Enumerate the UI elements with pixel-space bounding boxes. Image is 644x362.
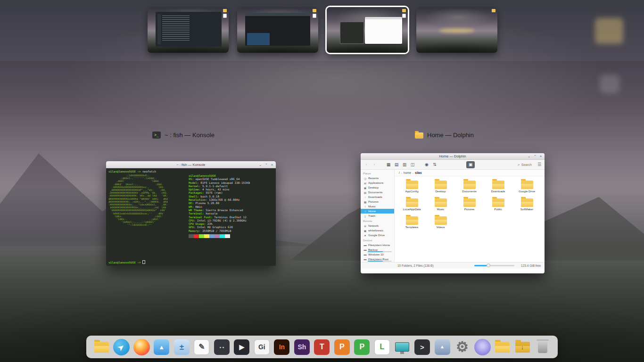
breadcrumb-item[interactable]: silas (415, 171, 421, 174)
gimp-gi-icon[interactable]: Gi (253, 337, 271, 356)
sidebar-place-item[interactable]: ▤ Documents (361, 190, 394, 195)
desktop-3-thumbnail[interactable] (327, 7, 408, 53)
maximize-button[interactable]: ⌃ (534, 155, 537, 158)
place-label: Pictures (368, 200, 379, 203)
minimize-button[interactable]: ⌄ (528, 155, 530, 158)
sort-icon[interactable]: ⇅ (432, 163, 437, 167)
place-label: Trash (368, 214, 375, 217)
desktop-2-thumbnail[interactable] (237, 7, 318, 53)
cassette-icon[interactable]: ● ● (213, 337, 231, 356)
compact-view-icon[interactable]: ▤ (394, 163, 399, 167)
libreoffice-icon[interactable]: L (373, 337, 391, 356)
telegram-icon[interactable]: ➤ (113, 337, 131, 356)
breadcrumb-item[interactable]: / (399, 171, 400, 174)
folder-item[interactable]: Downloads (484, 181, 512, 198)
split-view-icon[interactable]: ◫ (410, 163, 415, 167)
monitor-app-icon[interactable] (394, 337, 411, 356)
presentations-icon[interactable]: P (333, 337, 351, 356)
konsole-icon: >_ (152, 132, 161, 139)
sidebar-place-item[interactable]: ▯ Trash (361, 214, 394, 218)
folder-item[interactable]: Documents (455, 181, 484, 198)
zoom-slider-knob[interactable] (487, 263, 490, 267)
neofetch-line: WM ThemeSierra Breeze Enhanced (189, 208, 273, 212)
folder-item[interactable]: LocalAppData (397, 198, 426, 216)
maximize-button[interactable]: ⌃ (265, 163, 268, 166)
konsole-titlebar[interactable]: ~ : fish — Konsole ⌄ ⌃ × (106, 161, 276, 168)
close-button[interactable]: × (540, 155, 542, 158)
folder-icon (406, 216, 418, 225)
hamburger-menu-icon[interactable]: ☰ (537, 162, 541, 167)
indesign-icon[interactable]: In (273, 337, 291, 356)
palette-swatch (220, 234, 225, 238)
terminal-icon[interactable]: > (413, 337, 431, 356)
search-button[interactable]: ⌕ Search (518, 162, 532, 167)
terminal-prompt: silas@lenovoSUSE ~> (108, 260, 145, 264)
minimize-button[interactable]: ⌄ (259, 163, 262, 166)
terminal-panel-button[interactable]: ▣ (466, 161, 475, 168)
neofetch-line: DEPlasma 5.20.80 (189, 201, 273, 205)
planmaker-icon[interactable]: P (354, 337, 371, 356)
desktop-4-thumbnail[interactable] (416, 7, 497, 53)
dolphin-titlebar[interactable]: Home — Dolphin ⌄ ⌃ × (361, 153, 545, 160)
details-view-icon[interactable]: ▥ (402, 163, 407, 167)
discord-icon[interactable] (474, 337, 491, 356)
media-player-icon[interactable]: ▶ (233, 337, 251, 356)
folder-name: SoftMaker (512, 208, 541, 211)
sidebar-remote-item[interactable]: ⊕ Network (361, 223, 394, 228)
sh-app-icon[interactable]: Sh (293, 337, 311, 356)
folder-item[interactable]: Templates (397, 216, 426, 234)
sidebar-device-item[interactable]: ▬ Filesystem Home (361, 243, 394, 247)
discover-icon[interactable]: ▲ (434, 337, 451, 356)
neofetch-line: Uptime4 hours, 43 mins (189, 188, 273, 191)
sidebar-place-item[interactable]: ◷ Recents (361, 176, 394, 181)
firefox-icon[interactable] (133, 337, 150, 356)
trash-icon[interactable] (534, 337, 551, 356)
folder-item[interactable]: Google Drive (512, 181, 541, 198)
neofetch-line: CPUIntel i3-7020U (4) @ 2.300GHz (189, 219, 273, 222)
folder-item[interactable]: AppConfig (397, 181, 426, 198)
text-editor-icon[interactable]: ✎ (193, 337, 211, 356)
folder-item[interactable]: Videos (426, 216, 455, 234)
preview-icon[interactable]: ◉ (424, 163, 429, 167)
dolphin-title: Home — Dolphin (439, 154, 466, 158)
zoom-slider[interactable] (474, 265, 514, 266)
devices-section-title: Devices (361, 238, 394, 243)
sidebar-remote-item[interactable]: ▲ Google Drive (361, 233, 394, 238)
system-settings-icon[interactable]: ⚙ (454, 337, 471, 356)
sidebar-remote-item[interactable]: ▣ whiteforestx (361, 228, 394, 233)
dolphin-dock-icon[interactable] (93, 337, 110, 356)
breadcrumb-item[interactable]: home (404, 171, 411, 174)
folder-item[interactable]: Desktop (426, 181, 455, 198)
folder-item[interactable]: Public (484, 198, 512, 216)
sidebar-device-item[interactable]: ▬ Filesystem Root (361, 257, 394, 262)
sidebar-place-item[interactable]: ↓ Downloads (361, 195, 394, 199)
folder-item[interactable]: SoftMaker (512, 198, 541, 216)
folder-item[interactable]: Pictures (455, 198, 484, 216)
sidebar-place-item[interactable]: ⌂ Home (361, 209, 394, 214)
downloads-folder-icon[interactable]: ↓ (514, 337, 531, 356)
palette-swatch (215, 234, 220, 238)
dolphin-window[interactable]: Home — Dolphin ⌄ ⌃ × ‹ › ▦ ▤ ▥ ◫ ◉ ⇅ (361, 153, 545, 273)
textmaker-icon[interactable]: T (314, 337, 331, 356)
close-button[interactable]: × (271, 163, 273, 166)
kcalc-icon[interactable]: ± (173, 337, 190, 356)
thumbnail-window-badge (402, 14, 406, 18)
sidebar-place-item[interactable]: ⊞ Applications (361, 181, 394, 185)
place-icon: ▦ (363, 200, 367, 204)
konsole-window[interactable]: ~ : fish — Konsole ⌄ ⌃ × silas@lenovoSUS… (106, 161, 276, 266)
photos-icon[interactable]: ▲ (153, 337, 171, 356)
forward-icon[interactable]: › (372, 163, 377, 167)
back-icon[interactable]: ‹ (364, 163, 369, 167)
sidebar-place-item[interactable]: ▣ Desktop (361, 185, 394, 190)
thumbnail-window-badge (313, 14, 316, 18)
folder-item[interactable]: Music (426, 198, 455, 216)
desktop-1-thumbnail[interactable] (148, 7, 229, 53)
thumbnail-window-badge (402, 9, 406, 12)
sidebar-place-item[interactable]: ▦ Pictures (361, 199, 394, 204)
folder-icon (435, 198, 447, 207)
sidebar-device-item[interactable]: ▬ Backup (361, 247, 394, 252)
icons-view-icon[interactable]: ▦ (386, 163, 391, 167)
folder-shortcut-icon[interactable] (494, 337, 511, 356)
sidebar-device-item[interactable]: ▬ Windows 10 (361, 252, 394, 257)
sidebar-place-item[interactable]: ♪ Music (361, 204, 394, 209)
